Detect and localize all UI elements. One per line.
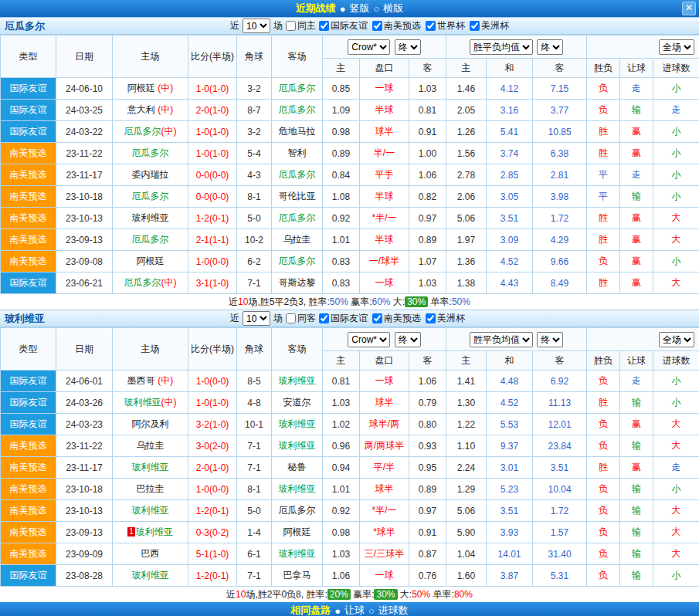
asian-away-odds: 0.89 [409,479,446,500]
competition-checkbox[interactable]: 南美预选 [372,19,421,32]
euro-away-odds: 1.57 [533,522,587,543]
competition-label: 南美预选 [384,19,421,32]
scope-select[interactable]: 全场 [659,39,694,55]
result: 负 [587,100,620,121]
euro-home-odds: 2.05 [446,100,487,121]
same-venue-checkbox[interactable]: 同主 [286,19,316,32]
sameodds-radio-goals[interactable]: 进球数 [378,604,409,616]
handicap-result: 输 [620,565,653,587]
euro-away-odds: 7.15 [533,78,587,100]
score: 1-0(0-0) [188,371,237,392]
asian-home-odds: 1.09 [323,100,360,121]
euro-odds-source-select[interactable]: 胜平负均值 [470,332,533,347]
competition-checkbox-input[interactable] [319,21,329,31]
competition-checkbox-input[interactable] [426,313,436,323]
asian-odds-source-select[interactable]: Crow* [348,39,390,55]
competition-checkbox[interactable]: 国际友谊 [319,19,368,32]
match-date: 23-09-09 [56,543,113,565]
summary-part: 30% [405,296,428,307]
result: 胜 [587,392,620,414]
competition-checkbox[interactable]: 南美预选 [372,312,421,325]
match-type: 南美预选 [1,143,56,164]
col-header-date: 日期 [56,328,113,371]
euro-home-odds: 2.78 [446,164,487,186]
col-header-asian-away: 客 [409,59,446,78]
sameodds-radio-selected-icon[interactable]: ● [334,605,341,616]
same-venue-checkbox-input[interactable] [286,313,296,323]
competition-checkbox-input[interactable] [372,313,382,323]
corners: 8-1 [237,186,272,208]
close-button[interactable]: ✕ [682,2,696,15]
asian-handicap: 一球 [360,272,409,294]
match-row: 国际友谊24-03-23阿尔及利3-2(1-0)10-1玻利维亚1.02球半/两… [1,414,699,435]
corners: 5-4 [237,143,272,164]
games-count-select[interactable]: 10 [243,19,270,33]
euro-odds-time-select[interactable]: 终 [537,39,563,55]
euro-draw-odds: 4.12 [487,78,533,100]
match-date: 23-06-21 [56,272,113,294]
score: 1-0(1-0) [188,392,237,414]
layout-radio-selected-icon[interactable]: ● [340,3,346,15]
sameodds-radio-unselected-icon[interactable]: ○ [368,605,375,616]
summary-part: 50% [412,589,430,600]
scope-select[interactable]: 全场 [659,332,694,347]
layout-radio-unselected-icon[interactable]: ○ [374,3,380,15]
euro-draw-odds: 9.37 [487,435,533,457]
team-label: 阿尔及利 [132,418,169,429]
euro-away-odds: 1.72 [533,208,587,229]
col-header-euro-away: 客 [533,351,587,371]
euro-odds-source-select[interactable]: 胜平负均值 [470,39,533,55]
match-date: 23-11-22 [56,435,113,457]
result: 负 [587,565,620,587]
layout-radio-horizontal[interactable]: 横版 [383,2,403,15]
corners: 4-8 [237,392,272,414]
goals-result: 走 [653,457,699,479]
same-venue-checkbox-input[interactable] [286,21,296,31]
asian-handicap: 半球 [360,229,409,251]
euro-home-odds: 5.06 [446,500,487,522]
team-label: 玻利维亚 [132,462,169,472]
col-header-away: 客场 [272,328,323,371]
neutral-venue-label: (中) [161,277,177,288]
result: 胜 [587,143,620,164]
layout-radio-vertical[interactable]: 竖版 [350,2,370,15]
competition-checkbox[interactable]: 美洲杯 [470,19,509,32]
competition-checkbox-input[interactable] [372,21,382,31]
euro-away-odds: 3.77 [533,100,587,121]
team-label: 哥斯达黎 [279,277,316,288]
asian-odds-time-select[interactable]: 终 [395,332,421,347]
col-header-asian-home: 主 [323,351,360,371]
match-date: 23-08-28 [56,565,113,587]
col-header-handicap-result: 让球 [620,351,653,371]
competition-checkbox[interactable]: 国际友谊 [319,312,368,325]
competition-checkbox[interactable]: 世界杯 [426,19,465,32]
home-team: 墨西哥 (中) [113,371,188,392]
sameodds-radio-handicap[interactable]: 让球 [344,604,365,616]
goals-result: 大 [653,522,699,543]
competition-checkbox[interactable]: 美洲杯 [426,312,465,325]
col-header-score: 比分(半场) [188,328,237,371]
col-header-handicap-result: 让球 [620,59,653,78]
section-header-team2: 玻利维亚 近 10 场 同客 国际友谊南美预选美洲杯 [0,310,699,327]
team-label: 委内瑞拉 [132,169,169,180]
competition-checkbox-input[interactable] [470,21,480,31]
corners: 7-1 [237,272,272,294]
col-header-result: 胜负 [587,59,620,78]
competition-checkbox-input[interactable] [426,21,436,31]
neutral-venue-label: (中) [161,397,177,408]
result: 负 [587,78,620,100]
away-team: 厄瓜多尔 [272,208,323,229]
competition-checkbox-input[interactable] [319,313,329,323]
same-venue-checkbox[interactable]: 同客 [286,312,316,325]
asian-odds-time-select[interactable]: 终 [395,39,421,55]
result: 负 [587,414,620,435]
match-row: 南美预选23-09-09巴西5-1(1-0)6-1玻利维亚1.03三/三球半0.… [1,543,699,565]
euro-home-odds: 2.06 [446,186,487,208]
match-date: 23-10-18 [56,479,113,500]
asian-odds-source-select[interactable]: Crow* [348,332,390,347]
euro-home-odds: 5.90 [446,522,487,543]
team-label: 阿根廷 [283,526,311,537]
filter-bar: 近 10 场 同主 国际友谊南美预选世界杯美洲杯 [230,19,509,33]
games-count-select[interactable]: 10 [243,311,270,326]
euro-odds-time-select[interactable]: 终 [537,332,563,347]
